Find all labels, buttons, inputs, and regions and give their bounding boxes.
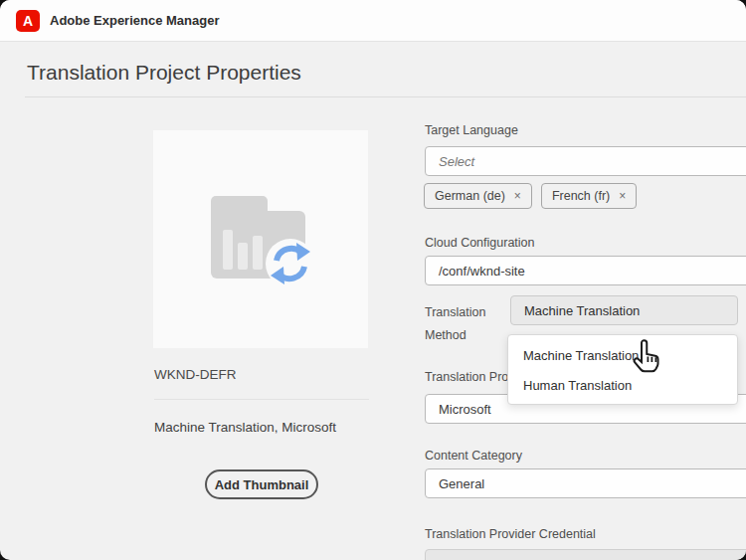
app-window: A Adobe Experience Manager Translation P… — [0, 0, 746, 560]
language-tag-french[interactable]: French (fr) × — [541, 183, 637, 209]
hand-cursor-icon — [631, 337, 666, 377]
translation-method-label: Translation Method — [425, 301, 508, 347]
project-summary: Machine Translation, Microsoft — [154, 420, 336, 435]
dropdown-option-human-translation[interactable]: Human Translation — [508, 370, 737, 400]
project-thumbnail-card — [153, 130, 368, 348]
content-category-input[interactable]: General — [425, 468, 746, 498]
target-language-label: Target Language — [425, 123, 518, 137]
project-name: WKND-DEFR — [154, 367, 237, 382]
language-tag-german[interactable]: German (de) × — [424, 183, 532, 209]
add-thumbnail-button[interactable]: Add Thumbnail — [205, 469, 318, 499]
remove-tag-icon[interactable]: × — [619, 190, 626, 202]
page-title: Translation Project Properties — [27, 61, 301, 85]
translation-provider-credential-label: Translation Provider Credential — [425, 527, 596, 541]
dropdown-option-machine-translation[interactable]: Machine Translation — [508, 340, 737, 370]
target-language-tags: German (de) × French (fr) × — [424, 183, 637, 209]
sync-icon — [265, 238, 316, 289]
adobe-logo-icon: A — [16, 10, 40, 32]
tag-label: French (fr) — [552, 189, 610, 203]
target-language-placeholder: Select — [439, 154, 474, 169]
cloud-configuration-label: Cloud Configuration — [425, 236, 535, 250]
translation-method-value: Machine Translation — [524, 303, 640, 318]
tag-label: German (de) — [435, 189, 505, 203]
app-title: Adobe Experience Manager — [50, 13, 220, 28]
panel-divider — [154, 399, 369, 400]
content-category-label: Content Category — [425, 449, 522, 463]
top-bar: A Adobe Experience Manager — [0, 0, 746, 42]
cloud-configuration-value: /conf/wknd-site — [439, 264, 525, 279]
remove-tag-icon[interactable]: × — [514, 190, 521, 202]
cloud-configuration-input[interactable]: /conf/wknd-site — [425, 256, 746, 285]
translation-provider-value: Microsoft — [439, 402, 491, 417]
translation-provider-credential-select[interactable] — [425, 549, 746, 560]
translation-method-dropdown: Machine Translation Human Translation — [507, 334, 738, 405]
title-divider — [25, 96, 746, 97]
translation-method-select[interactable]: Machine Translation — [510, 295, 738, 325]
content-category-value: General — [439, 476, 484, 491]
target-language-select[interactable]: Select — [425, 146, 746, 176]
